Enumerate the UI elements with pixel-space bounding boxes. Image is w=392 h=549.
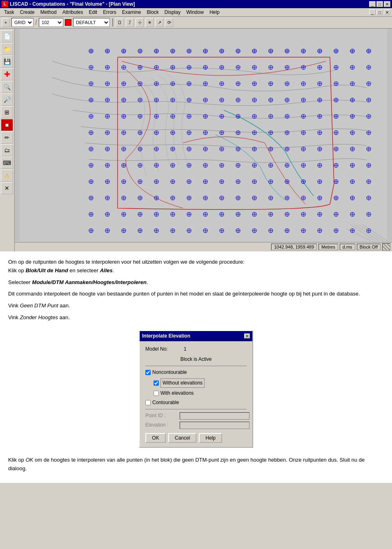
line-select[interactable]: 102 — [39, 18, 63, 27]
tool-btn-2[interactable]: ⤴ — [126, 18, 134, 27]
left-toolbar: 📄 📁 💾 ✚ 🔍 🔎 ⊞ ■ ✏ 🗂 ⌨ ⚠ ✕ — [0, 29, 15, 251]
window-title: LISCAD - Computations - "Final Volume" -… — [10, 1, 135, 7]
menu-items: Task Create Method Attributes Edit Error… — [2, 9, 222, 16]
color-swatch[interactable] — [65, 19, 71, 26]
menu-errors[interactable]: Errors — [100, 9, 119, 16]
close-button[interactable]: ✕ — [384, 1, 390, 7]
contourable-label: Contourable — [152, 399, 179, 407]
without-elevations-label: Without elevations — [160, 378, 205, 388]
menu-help[interactable]: Help — [207, 9, 222, 16]
left-btn-pen[interactable]: ✏ — [1, 131, 13, 144]
model-number-label: Model No: — [145, 345, 182, 353]
noncontourable-label: Noncontourable — [152, 369, 187, 376]
main-area: 📄 📁 💾 ✚ 🔍 🔎 ⊞ ■ ✏ 🗂 ⌨ ⚠ ✕ — [0, 29, 392, 251]
canvas-area: 1042.948, 1959.489 Metres d.ms Block Off — [15, 29, 392, 251]
menu-attributes[interactable]: Attributes — [60, 9, 86, 16]
menu-method[interactable]: Method — [38, 9, 59, 16]
title-bar-controls[interactable]: _ □ ✕ — [369, 1, 390, 7]
left-btn-grid[interactable]: ⊞ — [1, 106, 13, 118]
app-icon: L — [2, 1, 8, 7]
maximize-button[interactable]: □ — [376, 1, 383, 7]
menu-edit[interactable]: Edit — [86, 9, 100, 16]
divider-icon: / — [35, 18, 37, 27]
menu-bar: Task Create Method Attributes Edit Error… — [0, 8, 392, 17]
paragraph-1: Om op de ruitpunten de hoogtes te interp… — [8, 258, 384, 275]
menu-examine[interactable]: Examine — [120, 9, 144, 16]
contourable-checkbox[interactable] — [145, 400, 151, 405]
model-number-row: Model No: 1 — [145, 345, 247, 353]
title-bar: L LISCAD - Computations - "Final Volume"… — [0, 0, 392, 8]
paragraph-6: Klik op OK om de hoogtes te interpoleren… — [8, 456, 384, 473]
block-status: Block Off — [357, 244, 381, 250]
plan-view-canvas — [15, 29, 392, 241]
inner-maximize-button[interactable]: □ — [376, 9, 383, 15]
left-btn-save[interactable]: 💾 — [1, 56, 13, 68]
mode-display: d.ms — [340, 244, 355, 250]
status-bar: 1042.948, 1959.489 Metres d.ms Block Off — [15, 242, 392, 251]
menu-window[interactable]: Window — [184, 9, 206, 16]
tool-btn-4[interactable]: ✳ — [145, 18, 154, 27]
tool-btn-6[interactable]: ⟳ — [165, 18, 173, 27]
help-button[interactable]: Help — [199, 433, 222, 443]
left-btn-warning[interactable]: ⚠ — [1, 169, 13, 182]
with-elevations-row: With elevations — [154, 389, 247, 397]
point-id-row: Point ID : — [145, 412, 247, 420]
without-elevations-checkbox[interactable] — [154, 380, 159, 386]
menu-create[interactable]: Create — [18, 9, 37, 16]
point-id-label: Point ID : — [145, 412, 178, 420]
left-btn-zoom-out[interactable]: 🔎 — [1, 93, 13, 106]
coordinates-display: 1042.948, 1959.489 — [271, 244, 317, 250]
left-btn-zoom-in[interactable]: 🔍 — [1, 81, 13, 93]
block-active-label: Block is Active — [145, 356, 247, 363]
contourable-row: Contourable — [145, 399, 247, 407]
paragraph-4: Vink Geen DTM Punt aan. — [8, 302, 384, 310]
tool-btn-1[interactable]: 🗋 — [116, 18, 124, 27]
noncontourable-checkbox[interactable] — [145, 370, 151, 375]
ok-button[interactable]: OK — [145, 433, 166, 443]
left-btn-add[interactable]: ✚ — [1, 68, 13, 80]
left-btn-close-x[interactable]: ✕ — [1, 182, 13, 194]
dialog-separator-2 — [145, 409, 247, 409]
svg-rect-0 — [20, 29, 387, 241]
dialog-separator-1 — [145, 366, 247, 366]
toolbar-divider-1 — [112, 18, 113, 27]
dialog-body: Model No: 1 Block is Active Noncontourab… — [140, 341, 252, 447]
model-number-value: 1 — [184, 345, 187, 353]
paragraph-5: Vink Zonder Hoogtes aan. — [8, 313, 384, 322]
menu-display[interactable]: Display — [162, 9, 183, 16]
interpolate-elevation-dialog: Interpolate Elevation ✕ Model No: 1 Bloc… — [139, 330, 253, 448]
units-display: Metres — [318, 244, 338, 250]
tool-btn-3[interactable]: ⊹ — [136, 18, 144, 27]
left-btn-keyboard[interactable]: ⌨ — [1, 157, 13, 169]
inner-close-button[interactable]: ✕ — [384, 9, 390, 15]
without-elevations-row: Without elevations — [154, 378, 247, 388]
elevation-label: Elevation : — [145, 421, 178, 429]
left-btn-new[interactable]: 📄 — [1, 30, 13, 42]
dialog-title-text: Interpolate Elevation — [142, 332, 190, 340]
left-btn-fill[interactable]: ■ — [1, 119, 13, 131]
grid-select[interactable]: GRID — [11, 18, 33, 27]
point-id-input[interactable] — [180, 412, 249, 420]
tool-btn-5[interactable]: ↗ — [155, 18, 163, 27]
inner-window-controls[interactable]: _ □ ✕ — [369, 9, 390, 15]
left-btn-layers[interactable]: 🗂 — [1, 144, 13, 156]
cancel-button[interactable]: Cancel — [168, 433, 196, 443]
elevation-row: Elevation : — [145, 421, 247, 429]
default-select[interactable]: DEFAULT — [73, 18, 110, 27]
inner-minimize-button[interactable]: _ — [369, 9, 376, 15]
menu-task[interactable]: Task — [2, 9, 17, 16]
text-content-area: Om op de ruitpunten de hoogtes te interp… — [0, 251, 392, 483]
dialog-overlay: Interpolate Elevation ✕ Model No: 1 Bloc… — [8, 330, 384, 448]
with-elevations-label: With elevations — [160, 389, 194, 397]
with-elevations-checkbox[interactable] — [154, 391, 159, 396]
add-button[interactable]: + — [2, 18, 10, 27]
left-btn-open[interactable]: 📁 — [1, 43, 13, 55]
elevation-input[interactable] — [180, 422, 249, 429]
paragraph-3: Dit commando interpoleert de hoogte van … — [8, 290, 384, 298]
dialog-close-button[interactable]: ✕ — [244, 333, 250, 338]
noncontourable-row: Noncontourable — [145, 369, 247, 376]
dialog-title-bar: Interpolate Elevation ✕ — [140, 331, 252, 341]
menu-block[interactable]: Block — [145, 9, 161, 16]
minimize-button[interactable]: _ — [369, 1, 376, 7]
pattern-display — [382, 243, 390, 251]
